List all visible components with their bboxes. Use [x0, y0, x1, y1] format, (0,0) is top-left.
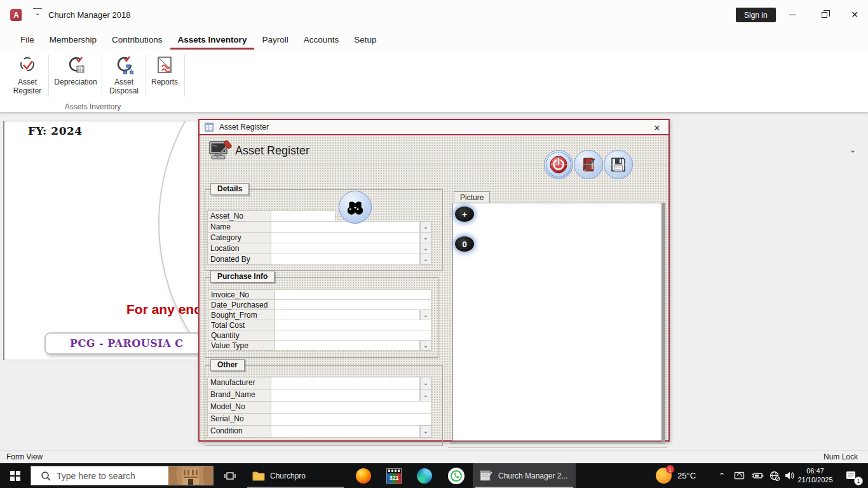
tray-overflow-button[interactable]: ⌃: [714, 463, 729, 488]
taskbar-button-churchpro[interactable]: Churchpro: [245, 463, 346, 488]
taskbar-button-church-manager[interactable]: Church Manager 2...: [473, 463, 576, 488]
search-input[interactable]: [57, 471, 165, 481]
field-row: Bought_From ⌄: [208, 309, 431, 320]
minimize-button[interactable]: [783, 6, 802, 23]
minimize-icon: [789, 15, 796, 15]
collapse-ribbon-button[interactable]: ⌄: [845, 145, 860, 159]
chevron-up-icon: ⌃: [719, 471, 725, 480]
field-label: Location: [207, 243, 271, 254]
window-title: Church Manager 2018: [48, 10, 130, 20]
taskbar-button-whatsapp[interactable]: [442, 463, 470, 488]
weather-widget[interactable]: 1 25°C: [656, 463, 704, 488]
tab-assets-inventory[interactable]: Assets Inventory: [170, 31, 255, 50]
globe-no-internet-icon: [770, 471, 780, 481]
name-combo-input[interactable]: [271, 221, 420, 233]
tab-file[interactable]: File: [13, 31, 42, 50]
field-label: Bought_From: [208, 309, 275, 320]
purchase-info-groupbox-label: Purchase Info: [210, 271, 275, 283]
app-titlebar: A ⌄ Church Manager 2018 Sign in ✕: [0, 0, 868, 29]
dialog-close-button[interactable]: ✕: [651, 121, 663, 134]
category-combo-input[interactable]: [271, 232, 420, 243]
field-row: Model_No: [207, 401, 431, 414]
ribbon-button-label: Asset Disposal: [104, 78, 144, 95]
asset-disposal-ribbon-button[interactable]: Asset Disposal: [104, 52, 144, 99]
restore-button[interactable]: [815, 6, 834, 23]
quantity-input[interactable]: [275, 330, 431, 341]
close-icon: ✕: [851, 10, 858, 20]
bought-from-combo-arrow[interactable]: ⌄: [420, 309, 431, 320]
donated-by-combo-input[interactable]: [271, 254, 420, 265]
details-groupbox-label: Details: [210, 183, 249, 195]
taskbar-clock[interactable]: 06:47 21/10/2025: [796, 466, 835, 484]
taskbar-button-edge[interactable]: [412, 463, 437, 488]
start-button[interactable]: [0, 463, 31, 488]
donated-by-combo-arrow[interactable]: ⌄: [420, 254, 431, 265]
tray-display-button[interactable]: [731, 463, 747, 488]
field-label: Donated By: [207, 254, 271, 265]
name-combo-arrow[interactable]: ⌄: [420, 221, 431, 233]
search-record-button[interactable]: [339, 191, 372, 224]
location-combo-arrow[interactable]: ⌄: [420, 243, 431, 254]
speaker-icon: [784, 471, 796, 480]
value-type-combo-input[interactable]: [275, 340, 420, 351]
tab-control-border: [448, 447, 667, 448]
serial-no-input[interactable]: [271, 413, 431, 426]
tab-membership[interactable]: Membership: [42, 31, 104, 50]
sign-in-button[interactable]: Sign in: [736, 8, 776, 22]
dialog-titlebar[interactable]: Asset Register ✕: [200, 120, 668, 135]
bought-from-combo-input[interactable]: [275, 309, 420, 320]
tab-setup[interactable]: Setup: [346, 31, 384, 50]
model-no-input[interactable]: [271, 401, 431, 414]
close-button[interactable]: ✕: [845, 6, 864, 23]
tab-contributions[interactable]: Contributions: [104, 31, 170, 50]
quick-access-toolbar-chevron-icon[interactable]: ⌄: [33, 8, 42, 17]
action-center-button[interactable]: 1: [839, 463, 864, 488]
value-type-combo-arrow[interactable]: ⌄: [420, 340, 431, 351]
condition-combo-input[interactable]: [271, 425, 420, 438]
picture-frame[interactable]: [452, 203, 662, 441]
tab-payroll[interactable]: Payroll: [254, 31, 295, 50]
firefox-icon: [356, 468, 371, 484]
num-lock-label: Num Lock: [824, 452, 858, 461]
fiscal-year-label: FY: 2024: [28, 125, 83, 137]
asset-register-dialog: Asset Register ✕ Asset Register: [198, 119, 670, 442]
other-groupbox-label: Other: [210, 359, 245, 371]
manufacturer-combo-input[interactable]: [271, 377, 420, 390]
brand-name-combo-arrow[interactable]: ⌄: [420, 389, 431, 402]
task-view-icon: [224, 470, 236, 482]
field-row: Brand_Name ⌄: [207, 389, 431, 402]
field-label: Quantity: [208, 330, 275, 341]
asset-no-input[interactable]: [271, 210, 336, 222]
taskbar-button-media-player[interactable]: 321: [381, 463, 407, 488]
field-label: Manufacturer: [207, 377, 271, 390]
zero-picture-button[interactable]: 0: [455, 236, 474, 252]
location-combo-input[interactable]: [271, 243, 420, 254]
asset-register-ribbon-button[interactable]: Asset Register: [8, 52, 47, 99]
taskbar-search[interactable]: [31, 466, 214, 485]
invoice-no-input[interactable]: [275, 289, 431, 300]
reports-ribbon-button[interactable]: Reports: [146, 52, 183, 99]
condition-combo-arrow[interactable]: ⌄: [420, 425, 431, 438]
brand-name-combo-input[interactable]: [271, 389, 420, 402]
total-cost-input[interactable]: [275, 320, 431, 330]
tray-battery-button[interactable]: [749, 463, 766, 488]
tab-accounts[interactable]: Accounts: [296, 31, 347, 50]
temperature-label: 25°C: [677, 471, 696, 480]
form-icon: [205, 123, 214, 132]
date-purchased-input[interactable]: [275, 299, 431, 310]
search-icon: [40, 470, 51, 482]
category-combo-arrow[interactable]: ⌄: [420, 232, 431, 243]
field-row: Invoice_No: [208, 289, 431, 300]
field-label: Value Type: [208, 340, 275, 351]
depreciation-ribbon-button[interactable]: Depreciation: [51, 52, 100, 99]
manufacturer-combo-arrow[interactable]: ⌄: [420, 377, 431, 390]
picture-tab[interactable]: Picture: [454, 191, 490, 203]
battery-charging-icon: [751, 471, 764, 480]
depreciation-icon: [65, 55, 86, 75]
task-view-button[interactable]: [219, 463, 241, 488]
add-picture-button[interactable]: +: [455, 207, 474, 222]
tray-network-button[interactable]: [766, 463, 783, 488]
ribbon-button-label: Asset Register: [8, 78, 47, 95]
field-row: Category ⌄: [207, 232, 431, 243]
taskbar-button-firefox[interactable]: [351, 463, 376, 488]
